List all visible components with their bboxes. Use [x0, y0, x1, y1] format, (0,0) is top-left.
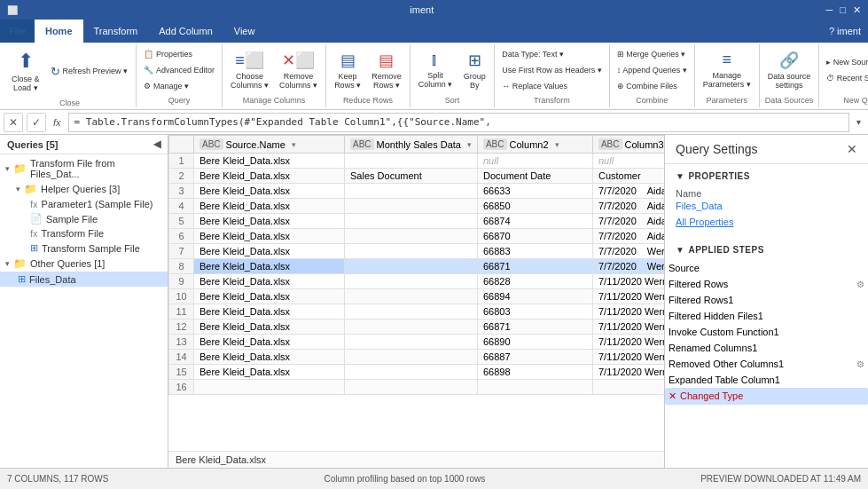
cell-source-name[interactable]: Bere Kleid_Data.xlsx: [194, 365, 345, 380]
split-column-btn[interactable]: ⫿ SplitColumn ▾: [414, 48, 457, 92]
cell-monthly[interactable]: [345, 319, 478, 335]
table-row[interactable]: 6Bere Kleid_Data.xlsx668707/7/2020Aida G…: [169, 229, 665, 244]
cell-source-name[interactable]: Bere Kleid_Data.xlsx: [194, 274, 345, 289]
cell-col2[interactable]: 66898: [477, 365, 592, 380]
step-item-removed-columns[interactable]: Removed Other Columns1⚙: [665, 356, 868, 372]
col-header-col2[interactable]: ABC Column2 ▾: [477, 136, 592, 154]
cell-source-name[interactable]: Bere Kleid_Data.xlsx: [194, 169, 345, 184]
cell-col2[interactable]: 66871: [477, 259, 592, 274]
table-row[interactable]: 9Bere Kleid_Data.xlsx668287/11/2020 Wern…: [169, 274, 665, 289]
step-item-filtered-hidden[interactable]: Filtered Hidden Files1: [665, 308, 868, 324]
filter-btn-col2[interactable]: ▾: [555, 140, 559, 149]
cell-monthly[interactable]: [345, 335, 478, 350]
replace-values-btn[interactable]: ↔ Replace Values: [498, 79, 571, 93]
cell-monthly[interactable]: [345, 289, 478, 304]
cell-col3[interactable]: 7/7/2020Aida GmbH: [592, 214, 664, 229]
step-item-source[interactable]: Source: [665, 260, 868, 276]
cell-monthly[interactable]: [345, 229, 478, 244]
table-row[interactable]: 14Bere Kleid_Data.xlsx668877/11/2020 Wer…: [169, 350, 665, 365]
cell-monthly[interactable]: [345, 214, 478, 229]
cell-monthly[interactable]: [345, 350, 478, 365]
cell-col3[interactable]: null: [592, 154, 664, 169]
query-group-transform-file[interactable]: ▾ 📁 Transform File from Files_Dat...: [0, 156, 168, 181]
step-gear-icon-removed-columns[interactable]: ⚙: [856, 359, 864, 369]
advanced-editor-btn[interactable]: 🔧 Advanced Editor: [140, 63, 218, 77]
col-header-source-name[interactable]: ABC Source.Name ▾: [194, 136, 345, 154]
cell-col2[interactable]: 66887: [477, 350, 592, 365]
steps-collapse-arrow[interactable]: ▼: [676, 245, 684, 255]
cell-col3[interactable]: 7/11/2020 Werner Strauss: [592, 319, 664, 335]
cell-source-name[interactable]: [194, 380, 345, 395]
manage-btn[interactable]: ⚙ Manage ▾: [140, 79, 192, 93]
cell-source-name[interactable]: Bere Kleid_Data.xlsx: [194, 229, 345, 244]
col-header-monthly[interactable]: ABC Monthly Sales Data ▾: [345, 136, 478, 154]
cell-col2[interactable]: 66874: [477, 214, 592, 229]
cell-col2[interactable]: Document Date: [477, 169, 592, 184]
cell-monthly[interactable]: [345, 244, 478, 259]
data-source-settings-btn[interactable]: 🔗 Data sourcesettings: [763, 48, 816, 92]
step-item-filtered-rows[interactable]: Filtered Rows⚙: [665, 276, 868, 292]
tab-transform[interactable]: Transform: [83, 20, 149, 43]
keep-rows-btn[interactable]: ▤ KeepRows ▾: [330, 48, 365, 92]
cell-monthly[interactable]: [345, 380, 478, 395]
cell-source-name[interactable]: Bere Kleid_Data.xlsx: [194, 214, 345, 229]
cell-col3[interactable]: [592, 380, 664, 395]
filter-btn-monthly[interactable]: ▾: [467, 140, 472, 149]
formula-cancel-btn[interactable]: ✕: [4, 113, 23, 132]
step-item-invoke-custom[interactable]: Invoke Custom Function1: [665, 324, 868, 340]
query-item-files-data[interactable]: ⊞ Files_Data: [0, 272, 168, 287]
col-header-col3[interactable]: ABC Column3 ▾: [592, 136, 664, 154]
cell-monthly[interactable]: [345, 274, 478, 289]
collapse-queries-btn[interactable]: ◀: [153, 138, 160, 150]
formula-input[interactable]: [68, 113, 849, 132]
table-row[interactable]: 1Bere Kleid_Data.xlsxnullnull: [169, 154, 665, 169]
cell-col3[interactable]: 7/7/2020Aida GmbH: [592, 229, 664, 244]
cell-col3[interactable]: 7/11/2020 Werner Strauss: [592, 289, 664, 304]
filter-btn-source[interactable]: ▾: [292, 140, 296, 149]
cell-monthly[interactable]: [345, 304, 478, 319]
tab-file[interactable]: File: [0, 20, 35, 43]
table-row[interactable]: 8Bere Kleid_Data.xlsx668717/7/2020Werner…: [169, 259, 665, 274]
cell-col2[interactable]: 66803: [477, 304, 592, 319]
table-row[interactable]: 5Bere Kleid_Data.xlsx668747/7/2020Aida G…: [169, 214, 665, 229]
table-row[interactable]: 16: [169, 380, 665, 395]
append-queries-btn[interactable]: ↕ Append Queries ▾: [614, 63, 691, 77]
cell-col3[interactable]: 7/7/2020Werner Strauss: [592, 259, 664, 274]
table-row[interactable]: 11Bere Kleid_Data.xlsx668037/11/2020 Wer…: [169, 304, 665, 319]
table-row[interactable]: 3Bere Kleid_Data.xlsx666337/7/2020Aida G…: [169, 184, 665, 199]
cell-source-name[interactable]: Bere Kleid_Data.xlsx: [194, 304, 345, 319]
new-source-btn[interactable]: ▸ New Source ▾: [823, 55, 868, 69]
close-load-btn[interactable]: ⬆ Close &Load ▾: [7, 46, 44, 96]
choose-columns-btn[interactable]: ≡⬜ ChooseColumns ▾: [226, 48, 273, 92]
cell-col3[interactable]: Customer: [592, 169, 664, 184]
table-row[interactable]: 2Bere Kleid_Data.xlsxSales DocumentDocum…: [169, 169, 665, 184]
data-table-container[interactable]: ABC Source.Name ▾ ABC Monthly Sales Data…: [168, 135, 664, 451]
merge-queries-btn[interactable]: ⊞ Merge Queries ▾: [614, 47, 690, 61]
cell-col3[interactable]: 7/7/2020Werner Strauss: [592, 244, 664, 259]
cell-col3[interactable]: 7/11/2020 Werner Strauss: [592, 274, 664, 289]
query-item-parameter1[interactable]: fx Parameter1 (Sample File): [0, 197, 168, 211]
table-row[interactable]: 13Bere Kleid_Data.xlsx668907/11/2020 Wer…: [169, 335, 665, 350]
table-row[interactable]: 12Bere Kleid_Data.xlsx668717/11/2020 Wer…: [169, 319, 665, 335]
name-value[interactable]: Files_Data: [676, 201, 857, 211]
cell-col3[interactable]: 7/11/2020 Werner Strauss: [592, 304, 664, 319]
remove-rows-btn[interactable]: ▤ RemoveRows ▾: [367, 48, 406, 92]
table-row[interactable]: 7Bere Kleid_Data.xlsx668837/7/2020Werner…: [169, 244, 665, 259]
cell-monthly[interactable]: Sales Document: [345, 169, 478, 184]
cell-monthly[interactable]: [345, 184, 478, 199]
remove-columns-btn[interactable]: ✕⬜ RemoveColumns ▾: [275, 48, 322, 92]
minimize-btn[interactable]: ─: [826, 4, 833, 15]
step-item-filtered-rows1[interactable]: Filtered Rows1: [665, 292, 868, 308]
query-group-helper[interactable]: ▾ 📁 Helper Queries [3]: [0, 181, 168, 197]
maximize-btn[interactable]: □: [840, 4, 846, 15]
cell-col2[interactable]: [477, 380, 592, 395]
properties-collapse-arrow[interactable]: ▼: [676, 171, 684, 181]
cell-col3[interactable]: 7/11/2020 Werner Strauss: [592, 350, 664, 365]
cell-source-name[interactable]: Bere Kleid_Data.xlsx: [194, 184, 345, 199]
cell-col2[interactable]: 66633: [477, 184, 592, 199]
settings-close-btn[interactable]: ✕: [847, 142, 857, 156]
table-row[interactable]: 4Bere Kleid_Data.xlsx668507/7/2020Aida G…: [169, 199, 665, 214]
cell-col3[interactable]: 7/7/2020Aida GmbH: [592, 184, 664, 199]
cell-col2[interactable]: 66890: [477, 335, 592, 350]
cell-monthly[interactable]: [345, 259, 478, 274]
